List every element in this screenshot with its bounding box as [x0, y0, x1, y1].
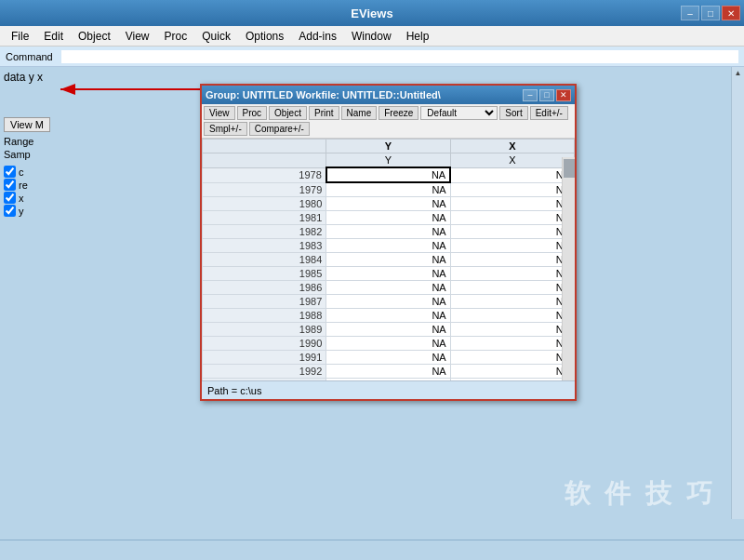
- menu-window[interactable]: Window: [344, 28, 399, 45]
- group-status-bar: Path = c:\us: [202, 380, 575, 399]
- gtb-freeze[interactable]: Freeze: [379, 106, 418, 120]
- cb-y: y: [4, 205, 187, 217]
- cb-y-input[interactable]: [4, 205, 16, 217]
- menu-file[interactable]: File: [4, 28, 36, 45]
- cell-y[interactable]: NA: [326, 211, 450, 225]
- menu-edit[interactable]: Edit: [36, 28, 71, 45]
- cell-y[interactable]: NA: [326, 197, 450, 211]
- cell-year: 1984: [203, 253, 326, 267]
- cell-x: NA: [450, 211, 574, 225]
- gtb-compare[interactable]: Compare+/-: [249, 122, 310, 136]
- cell-year: 1982: [203, 225, 326, 239]
- gtb-view[interactable]: View: [204, 106, 235, 120]
- table-row: 1982NANA: [203, 225, 575, 239]
- checkbox-group: c re x y: [4, 166, 187, 217]
- cell-x: NA: [450, 267, 574, 281]
- cell-year: 1989: [203, 323, 326, 337]
- group-window: Group: UNTITLED Workfile: UNTITLED::Unti…: [200, 84, 577, 401]
- close-button[interactable]: ✕: [722, 6, 740, 20]
- cell-y[interactable]: NA: [326, 323, 450, 337]
- cell-year: 1980: [203, 197, 326, 211]
- menu-bar: File Edit Object View Proc Quick Options…: [0, 26, 744, 47]
- cell-y[interactable]: NA: [326, 167, 450, 182]
- table-header-row2: Y X: [203, 153, 575, 168]
- gtb-name[interactable]: Name: [341, 106, 378, 120]
- menu-object[interactable]: Object: [71, 28, 118, 45]
- cb-x: x: [4, 192, 187, 204]
- sample-info: Samp: [4, 149, 187, 160]
- scroll-up-arrow[interactable]: ▲: [735, 69, 742, 77]
- table-row: 1992NANA: [203, 365, 575, 379]
- cell-x: NA: [450, 182, 574, 197]
- cell-y[interactable]: NA: [326, 182, 450, 197]
- cb-re-label: re: [19, 180, 28, 191]
- cell-x: NA: [450, 295, 574, 309]
- cell-year: 1981: [203, 211, 326, 225]
- cb-c-input[interactable]: [4, 166, 16, 178]
- command-label: Command: [6, 51, 61, 62]
- menu-options[interactable]: Options: [238, 28, 291, 45]
- command-input[interactable]: [61, 50, 738, 63]
- table-row: 1978NANA: [203, 167, 575, 182]
- cell-y[interactable]: NA: [326, 309, 450, 323]
- gtb-proc[interactable]: Proc: [237, 106, 268, 120]
- cell-year: 1990: [203, 337, 326, 351]
- window-controls: – □ ✕: [681, 6, 740, 20]
- watermark: 软 件 技 巧: [565, 476, 716, 512]
- gtb-format-select[interactable]: Default Spreadsheet Graph: [420, 106, 498, 120]
- menu-quick[interactable]: Quick: [194, 28, 238, 45]
- gtb-edit[interactable]: Edit+/-: [530, 106, 568, 120]
- cell-y[interactable]: NA: [326, 337, 450, 351]
- command-text-line: data y x: [4, 71, 43, 84]
- col-x-header1: X: [450, 140, 574, 153]
- cb-re-input[interactable]: [4, 179, 16, 191]
- group-scrollbar[interactable]: [562, 157, 575, 380]
- menu-help[interactable]: Help: [399, 28, 437, 45]
- table-row: 1988NANA: [203, 309, 575, 323]
- cell-y[interactable]: NA: [326, 351, 450, 365]
- maximize-button[interactable]: □: [701, 6, 720, 20]
- data-table-wrapper: Y X Y X 1978NANA1979NANA1980NANA1981NANA…: [202, 139, 575, 380]
- cb-x-label: x: [19, 193, 24, 204]
- view-menu-button[interactable]: View M: [4, 117, 50, 132]
- cell-x: NA: [450, 167, 574, 182]
- gtb-sort[interactable]: Sort: [499, 106, 527, 120]
- group-close-btn[interactable]: ✕: [556, 89, 571, 101]
- cell-y[interactable]: NA: [326, 267, 450, 281]
- gtb-smpl[interactable]: Smpl+/-: [204, 122, 247, 136]
- table-row: 1980NANA: [203, 197, 575, 211]
- cell-x: NA: [450, 197, 574, 211]
- cell-year: 1978: [203, 167, 326, 182]
- cell-year: 1979: [203, 182, 326, 197]
- cell-x: NA: [450, 337, 574, 351]
- left-panel: View M Range Samp c re x y: [0, 67, 191, 540]
- gtb-print[interactable]: Print: [309, 106, 339, 120]
- menu-proc[interactable]: Proc: [157, 28, 195, 45]
- group-maximize-btn[interactable]: □: [539, 89, 554, 101]
- cell-y[interactable]: NA: [326, 281, 450, 295]
- gtb-object[interactable]: Object: [269, 106, 307, 120]
- menu-view[interactable]: View: [118, 28, 157, 45]
- group-toolbar: View Proc Object Print Name Freeze Defau…: [202, 104, 575, 139]
- cell-y[interactable]: NA: [326, 225, 450, 239]
- cell-y[interactable]: NA: [326, 253, 450, 267]
- cell-y[interactable]: NA: [326, 239, 450, 253]
- menu-addins[interactable]: Add-ins: [291, 28, 344, 45]
- cell-y[interactable]: NA: [326, 295, 450, 309]
- cb-x-input[interactable]: [4, 192, 16, 204]
- table-header-row1: Y X: [203, 140, 575, 153]
- title-bar: EViews – □ ✕: [0, 0, 744, 26]
- cell-x: NA: [450, 239, 574, 253]
- table-row: 1984NANA: [203, 253, 575, 267]
- group-minimize-btn[interactable]: –: [523, 89, 538, 101]
- table-row: 1987NANA: [203, 295, 575, 309]
- cell-year: 1983: [203, 239, 326, 253]
- group-window-controls: – □ ✕: [523, 89, 571, 101]
- col-year-header2: [203, 153, 326, 168]
- table-body: 1978NANA1979NANA1980NANA1981NANA1982NANA…: [203, 167, 575, 380]
- main-scrollbar[interactable]: ▲: [731, 67, 744, 519]
- command-bar: Command: [0, 47, 744, 67]
- minimize-button[interactable]: –: [681, 6, 699, 20]
- cell-y[interactable]: NA: [326, 365, 450, 379]
- cb-c-label: c: [19, 167, 24, 178]
